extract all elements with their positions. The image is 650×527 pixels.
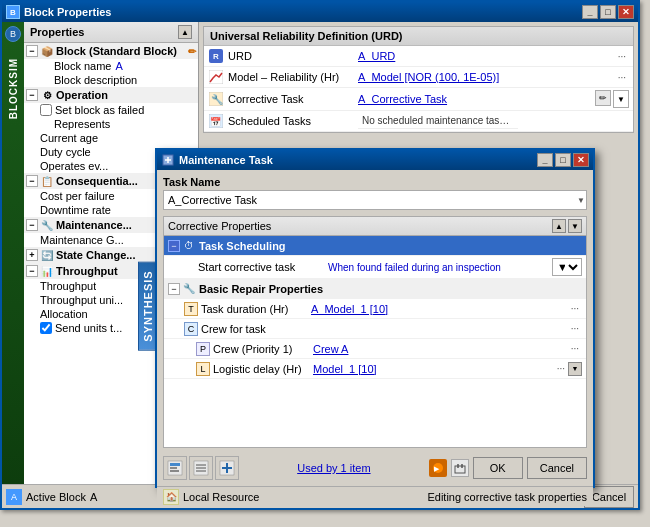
modal-cancel-button[interactable]: Cancel: [527, 457, 587, 479]
task-sched-label: Task Scheduling: [199, 240, 286, 252]
urd-header-title: Universal Reliability Definition (URD): [210, 30, 403, 42]
crew-priority-value[interactable]: Crew A: [313, 343, 568, 355]
block-expand-icon[interactable]: −: [26, 45, 38, 57]
current-age-row[interactable]: Current age: [24, 131, 198, 145]
active-block-value: A: [90, 491, 97, 503]
urd-row-value[interactable]: A_URD: [358, 50, 615, 62]
task-name-section: Task Name ▼: [163, 176, 587, 210]
urd-panel: Universal Reliability Definition (URD) R…: [203, 26, 634, 133]
minimize-button[interactable]: _: [582, 5, 598, 19]
start-corrective-value: When found failed during an inspection: [328, 262, 548, 273]
logistic-delay-label: Logistic delay (Hr): [213, 363, 313, 375]
crew-priority-icon: P: [196, 342, 210, 356]
toolbar-add-btn[interactable]: [215, 456, 239, 480]
corrective-row-value[interactable]: A_Corrective Task: [358, 93, 595, 105]
operation-expand-icon[interactable]: −: [26, 89, 38, 101]
maintenance-label: Maintenance...: [56, 219, 132, 231]
modal-scroll-down[interactable]: ▼: [568, 219, 582, 233]
modal-properties-tree: Corrective Properties ▲ ▼ − ⏱ Task Sched…: [163, 216, 587, 448]
configure-icon: [167, 460, 183, 476]
corrective-dropdown-btn[interactable]: ▼: [613, 90, 629, 108]
state-change-icon: 🔄: [40, 248, 54, 262]
crew-for-task-dots[interactable]: ···: [568, 322, 582, 335]
used-by-link[interactable]: Used by 1 item: [297, 462, 370, 474]
modal-ok-button[interactable]: OK: [473, 457, 523, 479]
model-chart-icon: [209, 70, 223, 84]
svg-rect-11: [170, 470, 179, 472]
block-edit-icon: ✏: [188, 46, 196, 57]
block-desc-row[interactable]: Block description: [24, 73, 198, 87]
send-units-checkbox[interactable]: [40, 322, 52, 334]
panel-scroll-up[interactable]: ▲: [178, 25, 192, 39]
toolbar-list-btn[interactable]: [189, 456, 213, 480]
corrective-row: 🔧 Corrective Task A_Corrective Task ✏ ▼: [204, 88, 633, 111]
crew-priority-row: P Crew (Priority 1) Crew A ···: [164, 339, 586, 359]
modal-tool-icon-2[interactable]: [451, 459, 469, 477]
state-change-expand-icon[interactable]: +: [26, 249, 38, 261]
maintenance-g-label: Maintenance G...: [40, 234, 124, 246]
corrective-row-label: Corrective Task: [228, 93, 358, 105]
svg-rect-21: [455, 466, 465, 473]
consequential-expand-icon[interactable]: −: [26, 175, 38, 187]
block-desc-label: Block description: [54, 74, 137, 86]
start-corrective-dropdown[interactable]: ▼: [552, 258, 582, 276]
crew-priority-dots[interactable]: ···: [568, 342, 582, 355]
modal-close-button[interactable]: ✕: [573, 153, 589, 167]
send-units-label: Send units t...: [55, 322, 122, 334]
logistic-delay-dots[interactable]: ···: [554, 362, 568, 375]
svg-text:🔧: 🔧: [211, 93, 223, 106]
crew-for-task-row: C Crew for task ···: [164, 319, 586, 339]
block-section-header[interactable]: − 📦 Block (Standard Block) ✏: [24, 43, 198, 59]
close-button[interactable]: ✕: [618, 5, 634, 19]
main-window-title: Block Properties: [24, 6, 111, 18]
block-name-row[interactable]: Block name A: [24, 59, 198, 73]
task-duration-label: Task duration (Hr): [201, 303, 311, 315]
task-duration-row: T Task duration (Hr) A_Model_1 [10] ···: [164, 299, 586, 319]
modal-scroll-up[interactable]: ▲: [552, 219, 566, 233]
corrective-row-icon: 🔧: [208, 91, 224, 107]
maximize-button[interactable]: □: [600, 5, 616, 19]
modal-maximize-button[interactable]: □: [555, 153, 571, 167]
urd-row-label: URD: [228, 50, 358, 62]
main-titlebar: B Block Properties _ □ ✕: [2, 2, 638, 22]
represents-row[interactable]: Represents: [24, 117, 198, 131]
model-row-value[interactable]: A_Model [NOR (100, 1E-05)]: [358, 71, 615, 83]
scheduled-calendar-icon: 📅: [209, 114, 223, 128]
task-name-label: Task Name: [163, 176, 587, 188]
start-corrective-row: Start corrective task When found failed …: [164, 256, 586, 279]
block-name-label: Block name: [54, 60, 111, 72]
modal-title: Maintenance Task: [179, 154, 273, 166]
model-row: Model – Reliability (Hr) A_Model [NOR (1…: [204, 67, 633, 88]
modal-content: Task Name ▼ Corrective Properties ▲ ▼ − …: [157, 170, 593, 486]
logistic-delay-value[interactable]: Model_1 [10]: [313, 363, 554, 375]
modal-minimize-button[interactable]: _: [537, 153, 553, 167]
task-scheduling-row[interactable]: − ⏱ Task Scheduling: [164, 236, 586, 256]
maintenance-expand-icon[interactable]: −: [26, 219, 38, 231]
model-row-label: Model – Reliability (Hr): [228, 71, 358, 83]
set-block-failed-row[interactable]: Set block as failed: [24, 103, 198, 117]
throughput-expand-icon[interactable]: −: [26, 265, 38, 277]
logistic-scroll-indicator: ▼: [568, 362, 582, 376]
urd-row-dots[interactable]: ···: [615, 50, 629, 63]
basic-repair-row[interactable]: − 🔧 Basic Repair Properties: [164, 279, 586, 299]
orange-tool-icon: ▶: [432, 462, 444, 474]
task-sched-expand[interactable]: −: [168, 240, 180, 252]
set-block-failed-checkbox[interactable]: [40, 104, 52, 116]
task-duration-dots[interactable]: ···: [568, 302, 582, 315]
represents-label: Represents: [54, 118, 110, 130]
task-name-input[interactable]: [163, 190, 587, 210]
modal-action-area: ▶ OK Cancel: [429, 457, 587, 479]
task-duration-value[interactable]: A_Model_1 [10]: [311, 303, 568, 315]
duty-cycle-label: Duty cycle: [40, 146, 91, 158]
left-sidebar: B BLOCKSIM: [2, 22, 24, 484]
modal-statusbar-right: Editing corrective task properties: [427, 491, 587, 503]
toolbar-configure-btn[interactable]: [163, 456, 187, 480]
operation-section-header[interactable]: − ⚙ Operation: [24, 87, 198, 103]
block-section-label: Block (Standard Block): [56, 45, 177, 57]
start-corrective-label: Start corrective task: [198, 261, 328, 273]
basic-repair-expand[interactable]: −: [168, 283, 180, 295]
corrective-edit-btn[interactable]: ✏: [595, 90, 611, 106]
svg-rect-10: [170, 467, 177, 469]
model-row-dots[interactable]: ···: [615, 71, 629, 84]
titlebar-controls: _ □ ✕: [582, 5, 634, 19]
